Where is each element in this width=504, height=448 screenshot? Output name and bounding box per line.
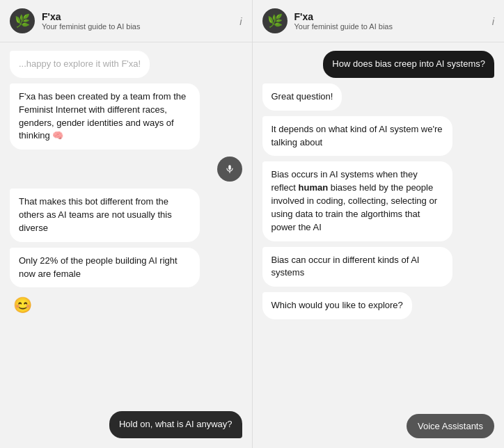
avatar-right: 🌿	[262, 8, 288, 33]
screen-container: 🌿 F'xa Your feminist guide to AI bias i …	[0, 0, 504, 448]
list-item: It depends on what kind of AI system we'…	[262, 116, 452, 157]
bot-subtitle-right: Your feminist guide to AI bias	[294, 22, 485, 31]
icon-button-row	[10, 157, 242, 182]
message-text: Only 22% of the people building AI right…	[19, 255, 178, 279]
message-text: Bias occurs in AI systems when they refl…	[271, 169, 437, 232]
messages-left: ...happy to explore it with F'xa! F'xa h…	[0, 42, 252, 406]
bold-word: human	[299, 182, 329, 193]
voice-assistants-button[interactable]: Voice Assistants	[407, 414, 494, 438]
bottom-user-bubble-left[interactable]: Hold on, what is AI anyway?	[10, 411, 242, 438]
header-right: 🌿 F'xa Your feminist guide to AI bias i	[253, 0, 505, 42]
header-left: 🌿 F'xa Your feminist guide to AI bias i	[0, 0, 252, 42]
header-text-left: F'xa Your feminist guide to AI bias	[42, 11, 233, 31]
bot-name-right: F'xa	[294, 11, 485, 22]
chat-panel-right: 🌿 F'xa Your feminist guide to AI bias i …	[253, 0, 505, 448]
message-text: F'xa has been created by a team from the…	[19, 91, 186, 141]
emoji-face: 😊	[13, 296, 32, 314]
message-text: ...happy to explore it with F'xa!	[19, 58, 141, 69]
header-text-right: F'xa Your feminist guide to AI bias	[294, 11, 485, 31]
info-icon-left[interactable]: i	[239, 15, 242, 27]
svg-rect-0	[228, 165, 231, 170]
list-item: Only 22% of the people building AI right…	[10, 248, 200, 288]
message-text: That makes this bot different from the o…	[19, 196, 172, 233]
list-item: Bias occurs in AI systems when they refl…	[262, 161, 452, 241]
bot-subtitle-left: Your feminist guide to AI bias	[42, 22, 233, 31]
user-message-row: How does bias creep into AI systems?	[262, 51, 495, 78]
list-item: F'xa has been created by a team from the…	[10, 83, 200, 150]
list-item: How does bias creep into AI systems?	[323, 51, 494, 78]
messages-right: How does bias creep into AI systems? Gre…	[253, 42, 505, 408]
mic-button[interactable]	[217, 157, 242, 182]
avatar-left: 🌿	[10, 8, 35, 33]
list-item: That makes this bot different from the o…	[10, 189, 200, 242]
bottom-user-bubble-right[interactable]: Voice Assistants	[262, 414, 495, 438]
list-item: Bias can occur in different kinds of AI …	[262, 247, 452, 287]
list-item: Which would you like to explore?	[262, 292, 412, 319]
list-item: ...happy to explore it with F'xa!	[10, 51, 150, 78]
emoji-icon: 😊	[10, 293, 35, 318]
info-icon-right[interactable]: i	[492, 15, 494, 27]
list-item: Great question!	[262, 83, 342, 111]
chat-panel-left: 🌿 F'xa Your feminist guide to AI bias i …	[0, 0, 253, 448]
bot-name-left: F'xa	[42, 11, 233, 22]
user-message-left[interactable]: Hold on, what is AI anyway?	[109, 411, 242, 438]
